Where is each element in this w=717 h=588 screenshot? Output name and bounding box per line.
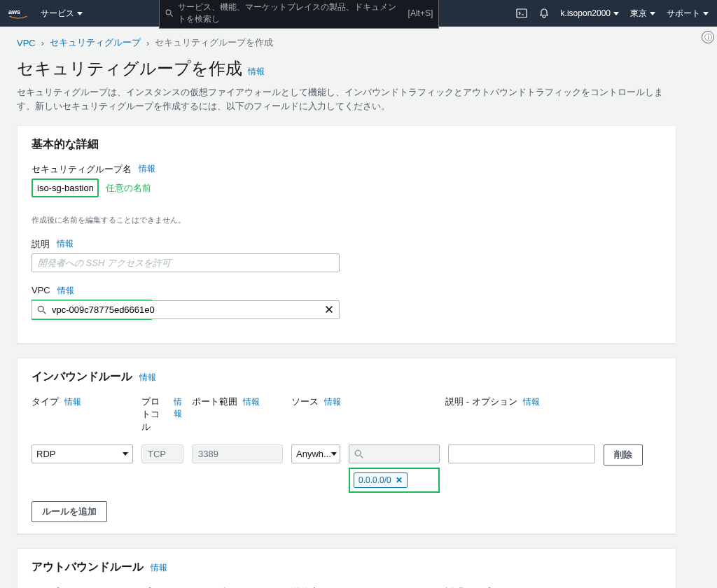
col-port: ポート範囲 [192,396,237,408]
support-menu[interactable]: サポート [667,8,709,20]
cidr-tag: 0.0.0.0/0✕ [354,472,408,488]
inbound-panel: インバウンドルール情報 タイプ情報 プロトコル情報 ポート範囲情報 ソース情報 … [17,358,676,534]
info-link[interactable]: 情報 [243,396,260,408]
vpc-input-full[interactable] [32,300,340,319]
desc-input[interactable] [32,253,340,272]
search-icon [165,8,174,18]
services-menu[interactable]: サービス [41,8,83,20]
close-icon[interactable]: ✕ [396,475,403,485]
breadcrumb: VPC › セキュリティグループ › セキュリティグループを作成 [17,36,676,49]
info-link[interactable]: 情報 [57,285,74,297]
info-link[interactable]: 情報 [139,163,155,176]
info-panel-toggle[interactable]: ⓘ [702,31,714,43]
desc-label: 説明 [32,238,50,251]
info-link[interactable]: 情報 [57,238,74,251]
svg-line-2 [171,15,173,17]
search-icon [354,449,364,459]
caret-down-icon [331,452,337,456]
bell-icon[interactable] [538,8,550,19]
caret-down-icon [613,12,619,15]
svg-point-8 [38,306,43,312]
info-link[interactable]: 情報 [523,396,540,408]
col-source: ソース [291,396,319,408]
caret-down-icon [703,12,709,15]
sg-name-input[interactable] [32,178,99,197]
inbound-header-row: タイプ情報 プロトコル情報 ポート範囲情報 ソース情報 説明 - オプション情報 [32,396,662,436]
svg-text:aws: aws [8,8,20,15]
caret-down-icon [77,12,83,15]
breadcrumb-current: セキュリティグループを作成 [155,36,273,49]
rule-desc-input[interactable] [448,444,595,463]
info-link[interactable]: 情報 [139,372,156,384]
info-link[interactable]: 情報 [174,396,183,420]
caret-down-icon [123,452,128,456]
page-info-link[interactable]: 情報 [248,66,265,76]
col-protocol: プロトコル [141,396,168,433]
info-link[interactable]: 情報 [324,396,341,408]
info-link[interactable]: 情報 [151,562,167,574]
chevron-right-icon: › [41,38,44,48]
aws-logo[interactable]: aws [8,7,28,20]
search-placeholder: サービス、機能、マーケットプレイスの製品、ドキュメントを検索し [178,1,403,25]
sg-name-hint: 作成後に名前を編集することはできません。 [32,215,662,225]
inbound-heading: インバウンドルール [32,370,132,384]
search-icon [37,305,47,315]
info-link[interactable]: 情報 [64,396,81,408]
basic-details-panel: 基本的な詳細 セキュリティグループ名情報 任意の名前 作成後に名前を編集すること… [17,125,676,344]
global-search-wrap: サービス、機能、マーケットプレイスの製品、ドキュメントを検索し [Alt+S] [95,0,503,29]
top-nav: aws サービス サービス、機能、マーケットプレイスの製品、ドキュメントを検索し… [0,0,717,27]
global-search[interactable]: サービス、機能、マーケットプレイスの製品、ドキュメントを検索し [Alt+S] [159,0,439,29]
svg-point-12 [355,450,361,456]
type-select[interactable]: RDP [32,444,133,463]
vpc-label: VPC [32,285,50,297]
breadcrumb-sg[interactable]: セキュリティグループ [50,36,141,49]
source-select[interactable]: Anywh... [291,444,340,463]
region-menu[interactable]: 東京 [630,8,655,20]
chevron-right-icon: › [146,38,149,48]
inbound-rule-row: RDP TCP 3389 Anywh... 0.0.0.0/0✕ 削除 [32,444,662,493]
svg-line-9 [43,312,46,314]
protocol-field: TCP [141,444,183,463]
outbound-panel: アウトバウンドルール情報 タイプ情報 プロトコル情報 ポート範囲情報 送信先情報… [17,548,676,588]
cloudshell-icon[interactable] [516,8,527,19]
breadcrumb-vpc[interactable]: VPC [17,38,36,48]
svg-point-1 [166,10,171,15]
basic-heading: 基本的な詳細 [32,137,662,152]
search-hint: [Alt+S] [408,8,433,18]
outbound-heading: アウトバウンドルール [32,560,144,575]
caret-down-icon [650,12,655,15]
svg-line-13 [361,456,363,458]
port-field: 3389 [192,444,283,463]
svg-rect-3 [517,9,527,18]
delete-rule-button[interactable]: 削除 [604,444,643,465]
col-type: タイプ [32,396,59,408]
account-menu[interactable]: k.isopon2000 [561,8,619,18]
page-subtitle: セキュリティグループは、インスタンスの仮想ファイアウォールとして機能し、インバウ… [17,85,676,113]
col-desc: 説明 - オプション [445,396,517,408]
page-title: セキュリティグループを作成 [17,59,242,78]
close-icon[interactable] [324,304,334,314]
annotation-name: 任意の名前 [106,182,151,195]
sg-name-label: セキュリティグループ名 [32,163,132,176]
add-inbound-rule-button[interactable]: ルールを追加 [32,501,107,522]
